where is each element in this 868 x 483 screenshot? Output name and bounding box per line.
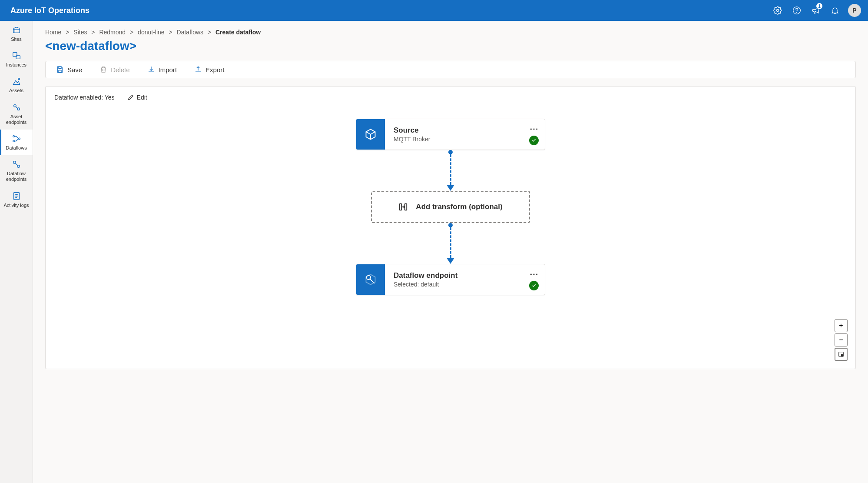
dataflows-icon — [12, 134, 21, 143]
delete-button: Delete — [99, 66, 129, 73]
help-button[interactable] — [787, 1, 806, 20]
sidebar-item-label: Sites — [11, 37, 21, 42]
import-button[interactable]: Import — [147, 66, 177, 73]
breadcrumb-item[interactable]: Dataflows — [177, 29, 203, 36]
dataflow-enabled-value: Yes — [105, 94, 115, 101]
svg-point-2 — [797, 12, 797, 13]
breadcrumb-current: Create dataflow — [215, 29, 261, 36]
app-header: Azure IoT Operations 1 P — [0, 0, 868, 21]
export-icon — [194, 66, 202, 73]
endpoint-node[interactable]: Dataflow endpoint Selected: default ⋯ — [356, 264, 545, 295]
endpoint-title: Dataflow endpoint — [394, 271, 536, 280]
left-nav: Sites Instances Assets Asset endpoints D… — [0, 21, 33, 483]
app-title: Azure IoT Operations — [10, 6, 768, 15]
export-button[interactable]: Export — [194, 66, 224, 73]
breadcrumb-item[interactable]: Redmond — [99, 29, 126, 36]
zoom-out-button[interactable]: − — [835, 333, 848, 346]
svg-point-9 — [13, 136, 14, 137]
zoom-in-button[interactable]: + — [835, 319, 848, 332]
sites-icon — [12, 25, 21, 35]
add-transform-label: Add transform (optional) — [416, 203, 502, 211]
delete-label: Delete — [111, 66, 129, 73]
check-icon — [531, 283, 537, 288]
source-more-button[interactable]: ⋯ — [530, 123, 539, 134]
cube-icon — [364, 128, 377, 140]
svg-point-10 — [13, 140, 14, 142]
sidebar-item-label: Dataflow endpoints — [2, 171, 31, 182]
dataflow-canvas: Source MQTT Broker ⋯ Add transform (opti… — [45, 108, 856, 369]
edit-label: Edit — [137, 94, 147, 101]
endpoint-badge — [356, 264, 385, 295]
sidebar-item-label: Instances — [6, 62, 27, 68]
endpoint-subtitle: Selected: default — [394, 281, 536, 288]
sidebar-item-instances[interactable]: Instances — [0, 47, 33, 72]
connector — [447, 223, 454, 264]
svg-point-0 — [777, 10, 779, 12]
sidebar-item-label: Dataflows — [6, 145, 27, 151]
svg-point-11 — [18, 138, 20, 140]
sidebar-item-asset-endpoints[interactable]: Asset endpoints — [0, 98, 33, 130]
breadcrumb-item[interactable]: Home — [45, 29, 61, 36]
page-title: <new-dataflow> — [45, 39, 856, 53]
edit-icon — [127, 94, 134, 101]
connector — [447, 150, 454, 191]
save-label: Save — [67, 66, 82, 73]
dataflow-enabled-label: Dataflow enabled: Yes — [54, 94, 115, 101]
breadcrumb-item[interactable]: donut-line — [138, 29, 165, 36]
gear-icon — [773, 6, 782, 15]
zoom-fit-button[interactable] — [835, 348, 848, 361]
dataflow-endpoints-icon — [12, 160, 21, 169]
sidebar-item-label: Asset endpoints — [2, 114, 31, 125]
activity-logs-icon — [12, 191, 21, 201]
help-icon — [792, 6, 801, 15]
status-badge — [529, 136, 539, 145]
import-icon — [147, 66, 155, 73]
asset-endpoints-icon — [12, 103, 21, 112]
breadcrumb-sep: > — [166, 29, 175, 36]
sidebar-item-sites[interactable]: Sites — [0, 21, 33, 47]
check-icon — [531, 138, 537, 143]
source-subtitle: MQTT Broker — [394, 136, 536, 143]
sidebar-item-label: Activity logs — [3, 203, 29, 208]
dataflow-status-row: Dataflow enabled: Yes Edit — [45, 86, 856, 108]
breadcrumb: Home > Sites > Redmond > donut-line > Da… — [45, 29, 856, 36]
endpoint-more-button[interactable]: ⋯ — [530, 269, 539, 279]
svg-rect-15 — [400, 204, 402, 210]
settings-button[interactable] — [768, 1, 787, 20]
save-icon — [56, 66, 64, 73]
breadcrumb-item[interactable]: Sites — [73, 29, 87, 36]
sidebar-item-dataflow-endpoints[interactable]: Dataflow endpoints — [0, 155, 33, 187]
source-title: Source — [394, 126, 536, 135]
source-node[interactable]: Source MQTT Broker ⋯ — [356, 119, 545, 150]
assets-icon — [12, 77, 21, 86]
sidebar-item-activity-logs[interactable]: Activity logs — [0, 187, 33, 213]
instances-icon — [12, 51, 21, 60]
source-badge — [356, 119, 385, 150]
breadcrumb-sep: > — [89, 29, 97, 36]
action-toolbar: Save Delete Import Export — [45, 61, 856, 78]
notifications-button[interactable] — [825, 1, 845, 20]
sidebar-item-assets[interactable]: Assets — [0, 72, 33, 98]
bell-icon — [831, 6, 839, 15]
trash-icon — [99, 66, 107, 73]
edit-button[interactable]: Edit — [127, 94, 147, 101]
divider — [121, 93, 121, 102]
svg-rect-3 — [13, 28, 20, 33]
endpoint-icon — [364, 273, 377, 286]
breadcrumb-sep: > — [205, 29, 214, 36]
zoom-controls: + − — [835, 319, 848, 361]
feedback-button[interactable]: 1 — [806, 1, 825, 20]
export-label: Export — [205, 66, 224, 73]
status-badge — [529, 281, 539, 290]
user-avatar[interactable]: P — [848, 4, 861, 17]
save-button[interactable]: Save — [56, 66, 82, 73]
transform-icon — [398, 202, 408, 212]
fit-icon — [838, 351, 844, 357]
add-transform-button[interactable]: Add transform (optional) — [371, 191, 530, 223]
breadcrumb-sep: > — [127, 29, 136, 36]
notification-badge: 1 — [816, 3, 823, 10]
sidebar-item-dataflows[interactable]: Dataflows — [0, 130, 33, 155]
sidebar-item-label: Assets — [9, 88, 23, 93]
svg-point-6 — [18, 78, 20, 80]
import-label: Import — [159, 66, 177, 73]
